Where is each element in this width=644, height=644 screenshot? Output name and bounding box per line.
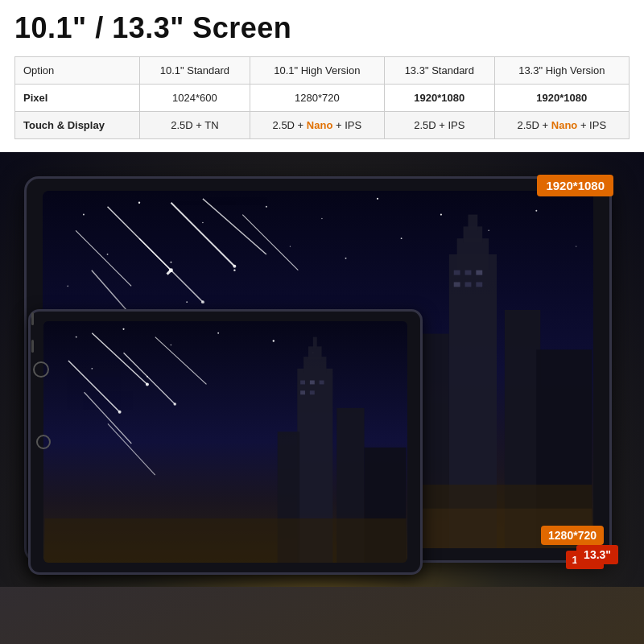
svg-rect-67 — [303, 357, 326, 373]
svg-point-11 — [345, 258, 347, 259]
touch-133-std: 2.5D + IPS — [385, 112, 495, 139]
svg-line-21 — [139, 238, 203, 302]
tablet-small — [28, 309, 423, 575]
svg-point-5 — [377, 198, 378, 200]
svg-rect-74 — [310, 390, 315, 394]
badge-1920: 1920*1080 — [537, 175, 613, 196]
svg-rect-78 — [44, 518, 406, 563]
touch-101-std: 2.5D + TN — [140, 112, 250, 139]
page-title: 10.1" / 13.3" Screen — [14, 11, 630, 45]
svg-rect-35 — [464, 226, 483, 242]
svg-point-3 — [266, 206, 267, 208]
header-option: Option — [15, 57, 140, 85]
svg-rect-45 — [536, 349, 592, 548]
svg-point-30 — [169, 268, 173, 272]
pixel-101-high: 1280*720 — [250, 85, 384, 112]
svg-line-19 — [108, 207, 171, 270]
svg-point-2 — [202, 222, 204, 224]
nano-text-1: Nano — [307, 119, 333, 131]
svg-point-18 — [576, 246, 576, 246]
svg-line-57 — [92, 333, 147, 385]
home-btn-large — [33, 361, 49, 378]
svg-point-10 — [290, 246, 291, 246]
svg-point-7 — [170, 262, 171, 263]
svg-point-14 — [401, 237, 402, 239]
header-101-high: 10.1" High Version — [250, 57, 384, 85]
svg-rect-72 — [320, 381, 324, 385]
badge-1280: 1280*720 — [541, 526, 604, 545]
svg-rect-68 — [308, 346, 322, 359]
svg-point-15 — [440, 214, 442, 216]
svg-point-16 — [488, 230, 489, 232]
svg-point-52 — [217, 332, 219, 334]
svg-rect-76 — [278, 431, 299, 563]
svg-point-49 — [76, 336, 77, 338]
top-section: 10.1" / 13.3" Screen Option 10.1" Standa… — [0, 0, 644, 152]
svg-point-31 — [233, 265, 236, 268]
home-btn-small — [36, 435, 51, 449]
svg-line-22 — [171, 203, 234, 266]
svg-point-9 — [233, 269, 235, 270]
svg-rect-41 — [465, 282, 472, 287]
svg-line-59 — [68, 361, 120, 412]
nano-text-2: Nano — [551, 119, 578, 131]
svg-line-25 — [242, 215, 298, 270]
svg-line-61 — [85, 392, 132, 444]
svg-rect-66 — [297, 369, 332, 563]
svg-point-63 — [146, 382, 149, 386]
svg-rect-75 — [336, 408, 364, 563]
svg-point-65 — [118, 411, 122, 414]
svg-rect-37 — [454, 270, 460, 275]
pixel-101-std: 1024*600 — [140, 85, 250, 112]
pixel-133-std: 1920*1080 — [385, 85, 495, 112]
tablet-small-screen — [43, 321, 407, 563]
svg-rect-40 — [454, 282, 460, 287]
table-header-row: Option 10.1" Standard 10.1" High Version… — [15, 57, 630, 85]
svg-point-13 — [186, 301, 188, 303]
label-pixel: Pixel — [15, 85, 140, 112]
svg-line-62 — [108, 423, 155, 475]
header-101-std: 10.1" Standard — [140, 57, 250, 85]
svg-rect-42 — [476, 282, 482, 287]
large-tablet-side-buttons — [31, 312, 34, 353]
table-row-pixel: Pixel 1024*600 1280*720 1920*1080 1920*1… — [15, 85, 630, 112]
svg-point-55 — [273, 340, 275, 341]
label-touch: Touch & Display — [15, 112, 140, 139]
badge-133: 13.3" — [576, 545, 618, 564]
svg-rect-43 — [505, 310, 540, 548]
meteors-svg-small — [43, 321, 407, 563]
svg-point-8 — [67, 286, 68, 287]
svg-point-1 — [138, 202, 140, 204]
header-133-std: 13.3" Standard — [385, 57, 495, 85]
page-wrapper: 10.1" / 13.3" Screen Option 10.1" Standa… — [0, 0, 644, 644]
svg-point-4 — [321, 218, 323, 220]
svg-point-17 — [535, 210, 537, 212]
svg-point-0 — [83, 214, 85, 216]
svg-point-32 — [201, 300, 204, 303]
sky-bg-small — [43, 321, 407, 563]
svg-point-56 — [312, 352, 314, 353]
bottom-section: 1920*1080 — [0, 152, 644, 587]
svg-line-20 — [167, 270, 171, 275]
header-133-high: 13.3" High Version — [494, 57, 629, 85]
svg-point-64 — [173, 402, 176, 406]
svg-rect-39 — [476, 270, 482, 275]
svg-rect-36 — [468, 215, 477, 231]
svg-point-51 — [171, 345, 172, 346]
comparison-table: Option 10.1" Standard 10.1" High Version… — [14, 56, 630, 139]
vol-up-btn — [31, 312, 34, 325]
svg-line-24 — [203, 199, 266, 254]
vol-down-btn — [31, 340, 34, 353]
pixel-133-high: 1920*1080 — [494, 85, 629, 112]
svg-point-50 — [122, 328, 124, 330]
svg-rect-33 — [449, 254, 497, 548]
svg-rect-38 — [465, 270, 472, 275]
table-row-touch: Touch & Display 2.5D + TN 2.5D + Nano + … — [15, 112, 630, 139]
svg-rect-77 — [365, 448, 407, 563]
touch-133-high: 2.5D + Nano + IPS — [494, 112, 629, 139]
svg-line-58 — [124, 353, 175, 404]
svg-point-53 — [91, 368, 93, 369]
svg-line-60 — [155, 337, 207, 385]
svg-rect-73 — [300, 390, 305, 394]
svg-rect-70 — [300, 381, 305, 385]
